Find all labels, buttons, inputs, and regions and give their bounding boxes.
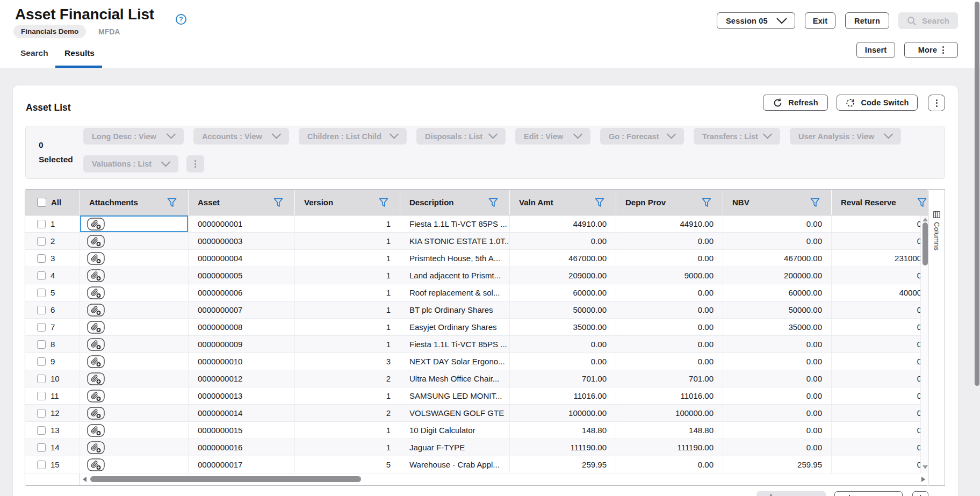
attachments-cell[interactable] [80, 267, 189, 284]
attachments-cell[interactable] [80, 456, 189, 473]
asset-cell[interactable]: 0000000014 [189, 405, 295, 421]
filter-icon[interactable] [810, 197, 820, 208]
description-cell[interactable]: 10 Digit Calculator [400, 422, 510, 439]
description-cell[interactable]: Prismtech House, 5th A... [400, 250, 510, 267]
vertical-scrollbar-thumb[interactable] [923, 222, 928, 265]
version-cell[interactable]: 5 [295, 456, 400, 473]
asset-cell[interactable]: 0000000015 [189, 422, 295, 439]
scroll-right-arrow[interactable] [921, 477, 925, 482]
depn-prov-cell[interactable]: 701.00 [616, 370, 723, 387]
filter-icon[interactable] [488, 197, 499, 208]
valn-amt-cell[interactable]: 259.95 [510, 456, 616, 473]
attachments-cell[interactable] [80, 284, 189, 301]
row-checkbox[interactable] [37, 392, 46, 400]
filter-icon[interactable] [701, 197, 712, 208]
refresh-button[interactable]: Refresh [763, 95, 828, 111]
reval-reserve-cell[interactable]: 0.00 [832, 456, 928, 473]
reval-reserve-cell[interactable]: 0.00 [832, 319, 928, 335]
nbv-cell[interactable]: 35000.00 [723, 319, 832, 335]
asset-cell[interactable]: 0000000009 [189, 336, 295, 353]
valn-amt-cell[interactable]: 0.00 [510, 353, 616, 370]
valn-amt-cell[interactable]: 111190.00 [510, 439, 616, 456]
filter-icon[interactable] [917, 197, 927, 208]
bottom-add-button[interactable] [912, 491, 928, 496]
description-cell[interactable]: BT plc Ordinary Shares [400, 301, 510, 318]
reval-reserve-cell[interactable]: 0.00 [832, 439, 928, 456]
asset-cell[interactable]: 0000000003 [189, 233, 295, 249]
asset-cell[interactable]: 0000000007 [189, 301, 295, 318]
action-user-analysis[interactable]: User Analysis : View [790, 128, 901, 145]
reval-reserve-cell[interactable]: 231000.00 [832, 250, 928, 267]
more-button[interactable]: More [904, 42, 958, 58]
attachments-cell[interactable] [80, 215, 189, 232]
asset-cell[interactable]: 0000000008 [189, 319, 295, 335]
depn-prov-cell[interactable]: 100000.00 [616, 405, 723, 421]
nbv-cell[interactable]: 0.00 [723, 370, 832, 387]
version-cell[interactable]: 1 [295, 301, 400, 318]
valn-amt-cell[interactable]: 148.80 [510, 422, 616, 439]
attachments-cell[interactable] [80, 336, 189, 353]
return-button[interactable]: Return [845, 12, 889, 29]
nbv-cell[interactable]: 0.00 [723, 422, 832, 439]
depn-prov-cell[interactable]: 0.00 [616, 301, 723, 318]
asset-cell[interactable]: 0000000005 [189, 267, 295, 284]
nbv-cell[interactable]: 0.00 [723, 336, 832, 353]
attachments-cell[interactable] [80, 422, 189, 439]
nbv-cell[interactable]: 0.00 [723, 353, 832, 370]
search-button[interactable]: Search [898, 12, 958, 29]
action-children[interactable]: Children : List Child [299, 128, 407, 145]
version-cell[interactable]: 1 [295, 439, 400, 456]
action-go[interactable]: Go : Forecast [600, 128, 684, 145]
tab-search[interactable]: Search [20, 48, 48, 58]
asset-cell[interactable]: 0000000013 [189, 387, 295, 404]
action-valuations[interactable]: Valuations : List [83, 155, 178, 172]
code-switch-button[interactable]: Code Switch [837, 95, 918, 111]
description-cell[interactable]: NEXT DAY Solar Ergono... [400, 353, 510, 370]
version-cell[interactable]: 1 [295, 284, 400, 301]
row-checkbox[interactable] [37, 289, 46, 297]
action-accounts[interactable]: Accounts : View [193, 128, 289, 145]
row-checkbox[interactable] [37, 237, 46, 246]
select-all-checkbox[interactable] [37, 198, 46, 207]
version-cell[interactable]: 1 [295, 215, 400, 232]
version-cell[interactable]: 1 [295, 422, 400, 439]
asset-cell[interactable]: 0000000006 [189, 284, 295, 301]
depn-prov-cell[interactable]: 148.80 [616, 422, 723, 439]
depn-prov-cell[interactable]: 0.00 [616, 284, 723, 301]
row-checkbox[interactable] [37, 254, 46, 263]
asset-cell[interactable]: 0000000012 [189, 370, 295, 387]
version-cell[interactable]: 1 [295, 250, 400, 267]
attachments-cell[interactable] [80, 370, 189, 387]
reval-reserve-cell[interactable]: 0.00 [832, 336, 928, 353]
bottom-button-2[interactable] [834, 491, 903, 496]
depn-prov-cell[interactable]: 0.00 [616, 233, 723, 249]
depn-prov-cell[interactable]: 0.00 [616, 336, 723, 353]
valn-amt-cell[interactable]: 467000.00 [510, 250, 616, 267]
scroll-up-arrow[interactable] [923, 218, 928, 221]
valn-amt-cell[interactable]: 0.00 [510, 336, 616, 353]
row-checkbox[interactable] [37, 375, 46, 383]
valn-amt-cell[interactable]: 0.00 [510, 233, 616, 249]
description-cell[interactable]: Roof replacement & sol... [400, 284, 510, 301]
reval-reserve-cell[interactable]: 0.00 [832, 267, 928, 284]
version-cell[interactable]: 1 [295, 336, 400, 353]
session-dropdown[interactable]: Session 05 [717, 12, 795, 29]
attachments-cell[interactable] [80, 405, 189, 421]
nbv-cell[interactable]: 60000.00 [723, 284, 832, 301]
version-cell[interactable]: 1 [295, 319, 400, 335]
horizontal-scrollbar-thumb[interactable] [90, 476, 361, 482]
valn-amt-cell[interactable]: 209000.00 [510, 267, 616, 284]
depn-prov-cell[interactable]: 0.00 [616, 319, 723, 335]
depn-prov-cell[interactable]: 0.00 [616, 250, 723, 267]
asset-cell[interactable]: 0000000016 [189, 439, 295, 456]
asset-cell[interactable]: 0000000017 [189, 456, 295, 473]
insert-button[interactable]: Insert [856, 42, 895, 58]
depn-prov-cell[interactable]: 11016.00 [616, 387, 723, 404]
row-checkbox[interactable] [37, 220, 46, 228]
description-cell[interactable]: Easyjet Ordinary Shares [400, 319, 510, 335]
attachments-cell[interactable] [80, 233, 189, 249]
depn-prov-cell[interactable]: 9000.00 [616, 267, 723, 284]
description-cell[interactable]: VOLSWAGEN GOLF GTE [400, 405, 510, 421]
reval-reserve-cell[interactable]: 0.00 [832, 233, 928, 249]
nbv-cell[interactable]: 0.00 [723, 387, 832, 404]
